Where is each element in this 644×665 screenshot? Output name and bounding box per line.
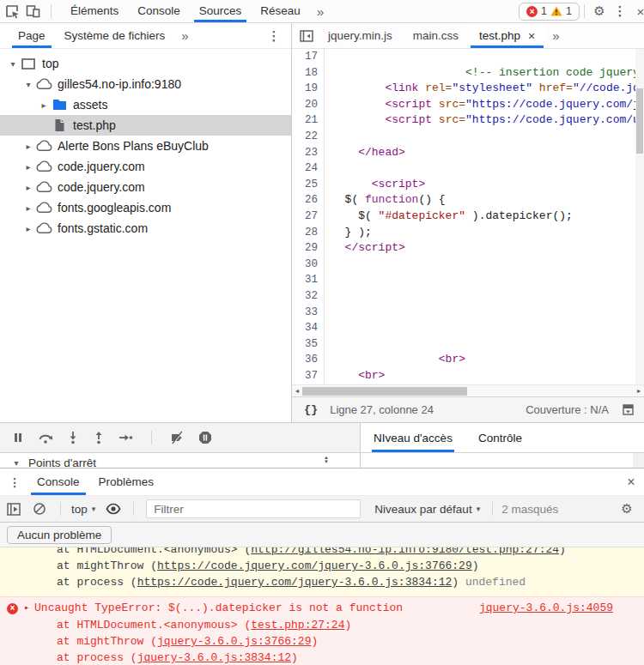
- code-line[interactable]: 17: [292, 49, 644, 65]
- panel-tab-sources[interactable]: Sources: [190, 0, 252, 22]
- step-icon[interactable]: [118, 432, 133, 444]
- scroll-left-icon[interactable]: ◂: [292, 385, 302, 396]
- line-number[interactable]: 17: [292, 49, 325, 65]
- console-settings-gear-icon[interactable]: ⚙: [617, 501, 637, 517]
- code-line[interactable]: 21 <script src="https://code.jquery.com/…: [292, 112, 644, 129]
- tab-controle[interactable]: Contrôle: [477, 423, 524, 452]
- code-line[interactable]: 26 $( function() {: [292, 192, 644, 209]
- line-number[interactable]: 27: [292, 209, 325, 225]
- code-editor[interactable]: 1718 <!-- insertion code jquery datepick…: [292, 49, 644, 384]
- line-number[interactable]: 35: [292, 336, 325, 353]
- tree-item-assets[interactable]: ▸assets: [0, 94, 291, 115]
- line-number[interactable]: 20: [292, 97, 325, 113]
- collapse-sidebar-icon[interactable]: [295, 23, 318, 48]
- step-over-icon[interactable]: [38, 432, 53, 444]
- tree-item-code-jquery-com[interactable]: ▸code.jquery.com: [0, 156, 291, 177]
- coverage-panel-icon[interactable]: [623, 404, 634, 415]
- expand-icon[interactable]: ▸: [22, 142, 34, 151]
- close-drawer-icon[interactable]: ×: [618, 469, 644, 495]
- tree-item-code-jquery-com[interactable]: ▸code.jquery.com: [0, 177, 291, 197]
- expand-icon[interactable]: ▸: [22, 183, 34, 192]
- deactivate-breakpoints-icon[interactable]: [170, 431, 185, 444]
- hidden-messages-count[interactable]: 2 masqués: [501, 503, 558, 516]
- tree-item-fonts-googleapis-com[interactable]: ▸fonts.googleapis.com: [0, 197, 291, 218]
- stack-source-link[interactable]: test.php:27:24: [251, 619, 344, 632]
- close-devtools-icon[interactable]: ×: [630, 4, 644, 19]
- stack-source-link[interactable]: http://gilles54.no-ip.info:9180/test.php…: [251, 547, 559, 556]
- more-panels-icon[interactable]: »: [310, 4, 331, 19]
- expand-error-icon[interactable]: ▸: [24, 600, 29, 617]
- context-selector[interactable]: top ▾: [71, 503, 95, 516]
- horizontal-scrollbar-thumb[interactable]: [302, 387, 467, 396]
- drawer-tab-console[interactable]: Console: [27, 469, 89, 495]
- no-issues-chip[interactable]: Aucun problème: [7, 526, 112, 544]
- code-line[interactable]: 28 } );: [292, 225, 644, 241]
- code-line[interactable]: 31: [292, 272, 644, 288]
- line-number[interactable]: 19: [292, 81, 325, 97]
- code-line[interactable]: 27 $( "#datepicker" ).datepicker();: [292, 209, 644, 225]
- more-navigator-tabs-icon[interactable]: »: [174, 28, 195, 43]
- line-number[interactable]: 33: [292, 305, 325, 321]
- vertical-scrollbar[interactable]: [635, 49, 644, 384]
- scope-scrollbar[interactable]: [633, 453, 644, 468]
- stack-source-link[interactable]: https://code.jquery.com/jquery-3.6.0.js:…: [157, 559, 472, 572]
- stack-source-link[interactable]: https://code.jquery.com/jquery-3.6.0.js:…: [137, 576, 453, 589]
- expand-icon[interactable]: ▸: [22, 162, 34, 172]
- pretty-print-icon[interactable]: {}: [304, 403, 318, 416]
- code-line[interactable]: 34: [292, 320, 644, 336]
- code-line[interactable]: 36 <br>: [292, 352, 644, 368]
- file-tab-main-css[interactable]: main.css: [403, 23, 469, 48]
- step-out-icon[interactable]: [93, 431, 105, 444]
- expand-icon[interactable]: ▸: [38, 100, 50, 110]
- close-tab-icon[interactable]: ×: [528, 29, 535, 43]
- expand-icon[interactable]: ▸: [22, 224, 34, 233]
- main-menu-kebab-icon[interactable]: ⋮: [610, 3, 630, 19]
- inspect-element-icon[interactable]: [5, 4, 26, 19]
- panel-tab-console[interactable]: Console: [128, 0, 190, 22]
- pause-script-icon[interactable]: [12, 432, 24, 444]
- tree-item-alerte-bons-plans-ebuyclub[interactable]: ▸Alerte Bons Plans eBuyClub: [0, 136, 291, 156]
- code-line[interactable]: 37 <br>: [292, 368, 644, 384]
- line-number[interactable]: 37: [292, 368, 325, 384]
- drawer-menu-kebab-icon[interactable]: ⋮: [5, 469, 24, 495]
- file-tab-jquery-min-js[interactable]: jquery.min.js: [318, 23, 403, 48]
- code-line[interactable]: 18 <!-- insertion code jquery datepicker…: [292, 65, 644, 82]
- line-number[interactable]: 18: [292, 65, 325, 82]
- navigator-menu-kebab-icon[interactable]: ⋮: [264, 28, 284, 44]
- code-line[interactable]: 23 </head>: [292, 145, 644, 161]
- panel-tab-l-ments[interactable]: Éléments: [61, 0, 128, 22]
- line-number[interactable]: 31: [292, 272, 325, 288]
- line-number[interactable]: 26: [292, 192, 325, 209]
- clear-console-icon[interactable]: [33, 502, 53, 516]
- step-into-icon[interactable]: [67, 431, 79, 444]
- settings-gear-icon[interactable]: ⚙: [589, 3, 610, 19]
- console-sidebar-icon[interactable]: [7, 503, 27, 516]
- tab-niveau-d-acces[interactable]: NIveau d'accès: [372, 423, 454, 452]
- line-number[interactable]: 29: [292, 240, 325, 257]
- breakpoints-section-header[interactable]: ▾ Points d'arrêt: [0, 453, 360, 467]
- line-number[interactable]: 36: [292, 352, 325, 368]
- file-tab-test-php[interactable]: test.php×: [469, 23, 545, 48]
- line-number[interactable]: 28: [292, 225, 325, 241]
- expand-icon[interactable]: ▸: [22, 203, 34, 213]
- error-warning-badge[interactable]: × 1 1: [519, 3, 580, 21]
- log-levels-selector[interactable]: Niveaux par défaut ▾: [374, 503, 480, 516]
- tree-item-gilles54-no-ip-info-9180[interactable]: ▾gilles54.no-ip.info:9180: [0, 74, 291, 94]
- code-line[interactable]: 20 <script src="https://code.jquery.com/…: [292, 97, 644, 113]
- code-line[interactable]: 25 <script>: [292, 177, 644, 193]
- nav-tab-page[interactable]: Page: [9, 23, 55, 48]
- scroll-right-icon[interactable]: ▸: [634, 385, 644, 396]
- code-line[interactable]: 30: [292, 257, 644, 273]
- line-number[interactable]: 34: [292, 320, 325, 336]
- code-line[interactable]: 35: [292, 336, 644, 353]
- tree-item-top[interactable]: ▾top: [0, 53, 291, 74]
- line-number[interactable]: 22: [292, 129, 325, 145]
- more-editor-tabs-icon[interactable]: »: [545, 28, 566, 43]
- drawer-tab-probl-mes[interactable]: Problèmes: [89, 469, 164, 495]
- pause-on-exceptions-icon[interactable]: [198, 431, 212, 444]
- expand-icon[interactable]: ▾: [7, 59, 19, 69]
- line-number[interactable]: 21: [292, 112, 325, 129]
- splitter-handle[interactable]: ▲ ▼: [324, 456, 329, 464]
- code-line[interactable]: 29 </script>: [292, 240, 644, 257]
- code-line[interactable]: 33: [292, 305, 644, 321]
